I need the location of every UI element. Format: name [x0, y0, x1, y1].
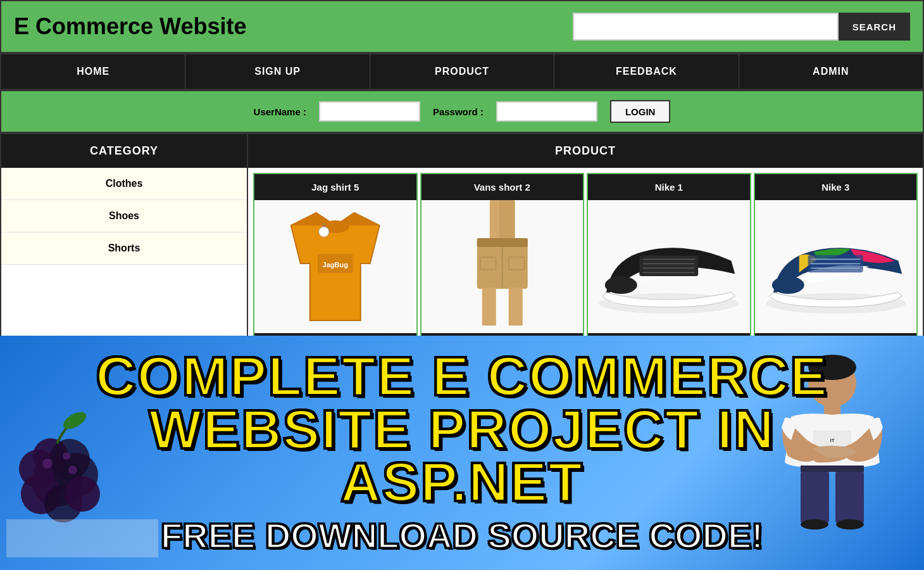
product-image-3 [588, 200, 750, 333]
site-title: E Commerce Website [14, 13, 246, 40]
product-name-4: Nike 3 [755, 174, 917, 200]
nav-product[interactable]: PRODUCT [370, 54, 554, 89]
svg-text:IT: IT [830, 438, 834, 443]
category-shorts[interactable]: Shorts [1, 232, 247, 265]
overlay-line1: COMPLETE E COMMERCE [96, 350, 828, 403]
product-image-4 [755, 200, 917, 333]
svg-rect-18 [639, 256, 698, 277]
search-button[interactable]: SEARCH [839, 13, 910, 41]
svg-point-6 [319, 227, 329, 237]
nav-feedback[interactable]: FEEDBACK [554, 54, 739, 89]
product-card-3: Nike 1 [587, 173, 751, 360]
svg-rect-15 [482, 288, 496, 326]
username-input[interactable] [319, 101, 420, 122]
overlay-line3: ASP.NET [96, 455, 828, 509]
overlay-banner: COMPLETE E COMMERCE WEBSITE PROJECT IN A… [0, 336, 924, 570]
overlay-line2: WEBSITE PROJECT IN [96, 403, 828, 456]
username-label: UserName : [254, 106, 306, 117]
product-name-3: Nike 1 [588, 174, 750, 200]
svg-rect-12 [477, 238, 527, 247]
nav-home[interactable]: HOME [1, 54, 185, 89]
nav-admin[interactable]: ADMIN [739, 54, 923, 89]
main-navbar: HOME SIGN UP PRODUCT FEEDBACK ADMIN [0, 53, 924, 90]
category-header: CATEGORY [1, 134, 247, 168]
password-input[interactable] [496, 101, 597, 122]
site-header: E Commerce Website SEARCH [0, 0, 924, 53]
svg-rect-51 [835, 472, 864, 522]
svg-point-34 [49, 439, 90, 479]
svg-point-53 [836, 519, 864, 529]
category-clothes[interactable]: Clothes [1, 168, 247, 200]
svg-point-38 [42, 459, 53, 469]
product-header: PRODUCT [248, 134, 923, 168]
product-card-1: Jag shirt 5 JagBug [253, 173, 418, 360]
svg-rect-16 [508, 288, 522, 326]
login-bar: UserName : Password : LOGIN [0, 90, 924, 133]
svg-point-23 [605, 276, 637, 294]
svg-point-40 [68, 466, 77, 474]
overlay-line4: FREE DOWNLOAD SOURCE CODE! [96, 515, 828, 556]
search-input[interactable] [573, 13, 839, 41]
overlay-text-block: COMPLETE E COMMERCE WEBSITE PROJECT IN A… [96, 350, 828, 556]
product-name-2: Vans short 2 [421, 174, 584, 200]
product-card-2: Vans short 2 [420, 173, 585, 360]
svg-point-39 [63, 452, 70, 460]
product-image-2 [421, 200, 584, 333]
login-button[interactable]: LOGIN [610, 100, 671, 123]
nav-signup[interactable]: SIGN UP [185, 54, 370, 89]
svg-point-29 [771, 276, 804, 294]
password-label: Password : [433, 106, 484, 117]
product-name-1: Jag shirt 5 [254, 174, 416, 200]
svg-point-37 [65, 476, 100, 512]
product-card-4: Nike 3 [754, 173, 918, 360]
svg-text:JagBug: JagBug [323, 261, 348, 269]
search-area: SEARCH [573, 13, 910, 41]
product-image-1: JagBug [254, 200, 416, 333]
category-shoes[interactable]: Shoes [1, 200, 247, 232]
